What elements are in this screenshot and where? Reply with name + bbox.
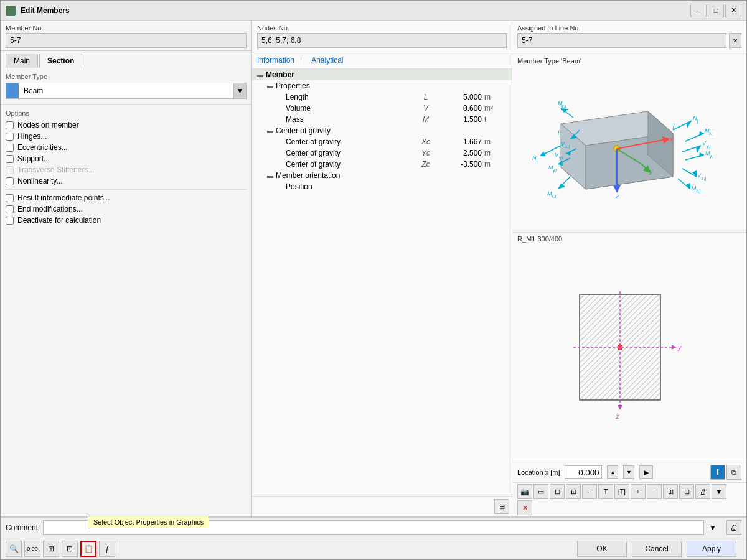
tree-member-header[interactable]: ▬ Member <box>252 69 512 80</box>
plus-icon-btn[interactable]: + <box>631 484 646 499</box>
tree-cog-header[interactable]: ▬ Center of gravity <box>262 125 512 136</box>
nodes-no-section: Nodes No. <box>252 21 512 52</box>
tree-properties-header[interactable]: ▬ Properties <box>262 80 512 91</box>
tree-mass-row[interactable]: Mass M 1.500 t <box>272 114 512 125</box>
bottom-search-icon[interactable]: 🔍 <box>6 541 22 557</box>
bottom-select-obj-icon[interactable]: 📋 <box>80 541 96 557</box>
section-diagram-title: R_M1 300/400 <box>512 233 746 245</box>
camera-icon-btn[interactable]: 📷 <box>517 484 532 499</box>
tab-main[interactable]: Main <box>6 54 38 68</box>
tooltip-popup: Select Object Properties in Graphics <box>88 516 209 528</box>
dropdown-icon-btn[interactable]: ▼ <box>712 484 726 499</box>
bottom-area: Comment ▼ 🖨 Select Object Properties in … <box>1 516 746 559</box>
tree-volume-row[interactable]: Volume V 0.600 m³ <box>272 103 512 114</box>
tree-volume-symbol: V <box>407 104 444 113</box>
tree-cog-zc-row[interactable]: Center of gravity Zc -3.500 m <box>272 159 512 170</box>
section-svg: y z <box>567 285 692 422</box>
option-nonlinearity-label: Nonlinearity... <box>17 177 62 185</box>
option-end-mod-label: End modifications... <box>17 205 83 213</box>
tree-cog-yc-unit: m <box>482 149 507 157</box>
location-label: Location x [m] <box>517 469 560 476</box>
apply-button[interactable]: Apply <box>687 541 736 557</box>
filter-icon-btn[interactable]: ⧉ <box>726 465 741 480</box>
location-input[interactable] <box>565 465 602 479</box>
bottom-grid-icon[interactable]: ⊡ <box>62 541 78 557</box>
option-nonlinearity-checkbox[interactable] <box>6 177 14 185</box>
option-result-points-checkbox[interactable] <box>6 194 14 202</box>
assigned-line-input[interactable] <box>517 33 726 48</box>
main-content: Member No. Main Section Member Type Beam… <box>1 21 746 516</box>
tree-member-label: Member <box>266 70 507 79</box>
option-support-checkbox[interactable] <box>6 155 14 163</box>
grid3-icon-btn[interactable]: ⊟ <box>679 484 694 499</box>
frame-icon-btn[interactable]: ⊡ <box>566 484 581 499</box>
arrow-icon-btn[interactable]: ← <box>582 484 597 499</box>
info-icon-btn[interactable]: i <box>710 465 725 480</box>
options-title: Options <box>6 110 247 117</box>
tree-properties-items: Length L 5.000 m Volume V 0.600 m³ <box>272 91 512 125</box>
svg-text:j: j <box>672 123 675 129</box>
tree-orientation-header[interactable]: ▬ Member orientation <box>262 170 512 181</box>
tree-cog-yc-row[interactable]: Center of gravity Yc 2.500 m <box>272 147 512 159</box>
svg-text:z: z <box>615 413 619 420</box>
option-support-label: Support... <box>17 154 50 163</box>
close-button[interactable]: ✕ <box>725 4 741 17</box>
option-end-mod-checkbox[interactable] <box>6 205 14 213</box>
table-icon-btn[interactable]: ⊟ <box>550 484 565 499</box>
rect-icon-btn[interactable]: ▭ <box>533 484 548 499</box>
tree-member-toggle[interactable]: ▬ <box>257 72 266 78</box>
cancel-button[interactable]: Cancel <box>632 541 682 557</box>
svg-marker-51 <box>699 152 704 157</box>
member-type-select[interactable]: Beam ▼ <box>6 83 247 99</box>
tree-mass-symbol: M <box>407 115 444 124</box>
option-transverse-checkbox <box>6 166 14 174</box>
beam-diagram-title: Member Type 'Beam' <box>517 57 581 65</box>
tree-cog-xc-row[interactable]: Center of gravity Xc 1.667 m <box>272 136 512 147</box>
bottom-measure-icon[interactable]: 0.00 <box>24 541 40 557</box>
svg-text:z,j: z,j <box>696 189 700 194</box>
location-up-btn[interactable]: ▲ <box>607 465 618 479</box>
minus-icon-btn[interactable]: − <box>647 484 662 499</box>
text-icon-btn[interactable]: T <box>598 484 613 499</box>
close2-icon-btn[interactable]: ✕ <box>517 500 532 515</box>
ruler-icon-btn[interactable]: |T| <box>614 484 629 499</box>
tab-section[interactable]: Section <box>39 54 82 68</box>
print-btn[interactable]: 🖨 <box>726 520 741 535</box>
location-right-btn[interactable]: ▶ <box>639 465 653 479</box>
nodes-no-input[interactable] <box>257 33 507 48</box>
tree-orientation-toggle[interactable]: ▬ <box>267 172 276 179</box>
option-deactivate-checkbox[interactable] <box>6 217 14 225</box>
ok-button[interactable]: OK <box>577 541 627 557</box>
option-nodes-checkbox[interactable] <box>6 121 14 129</box>
tree-cog-items: Center of gravity Xc 1.667 m Center of g… <box>272 136 512 170</box>
bottom-filter-icon[interactable]: ⊞ <box>43 541 59 557</box>
maximize-button[interactable]: □ <box>708 4 724 17</box>
grid-icon-btn[interactable]: ⊞ <box>494 499 509 514</box>
option-hinges-checkbox[interactable] <box>6 133 14 141</box>
member-type-dropdown-arrow[interactable]: ▼ <box>233 83 246 98</box>
info-tab-analytical[interactable]: Analytical <box>311 56 343 65</box>
minimize-button[interactable]: ─ <box>690 4 707 17</box>
assigned-line-clear-btn[interactable]: ✕ <box>729 33 741 48</box>
tree-cog-toggle[interactable]: ▬ <box>267 128 276 134</box>
member-no-input[interactable] <box>6 33 247 48</box>
svg-text:y,j: y,j <box>710 154 714 159</box>
tree-position-row[interactable]: Position <box>272 181 512 192</box>
tree-length-row[interactable]: Length L 5.000 m <box>272 91 512 103</box>
print-icon-btn[interactable]: 🖨 <box>695 484 710 499</box>
tree-length-symbol: L <box>407 93 444 101</box>
info-tab-information[interactable]: Information <box>257 56 294 65</box>
tree-cog-xc-symbol: Xc <box>407 138 444 146</box>
svg-text:x,j: x,j <box>709 131 713 136</box>
beam-diagram-svg: x y z M z,i <box>524 68 735 217</box>
tree-props-toggle[interactable]: ▬ <box>267 83 276 90</box>
tree-properties-group: ▬ Properties Length L 5.000 m <box>262 80 512 125</box>
comment-dropdown[interactable]: ▼ <box>709 523 721 532</box>
bottom-formula-icon[interactable]: ƒ <box>99 541 115 557</box>
tree-volume-name: Volume <box>286 104 407 113</box>
tree-cog-yc-name: Center of gravity <box>286 149 407 157</box>
nodes-no-label: Nodes No. <box>257 24 507 32</box>
grid2-icon-btn[interactable]: ⊞ <box>663 484 678 499</box>
option-eccentricities-checkbox[interactable] <box>6 144 14 152</box>
location-down-btn[interactable]: ▼ <box>623 465 634 479</box>
